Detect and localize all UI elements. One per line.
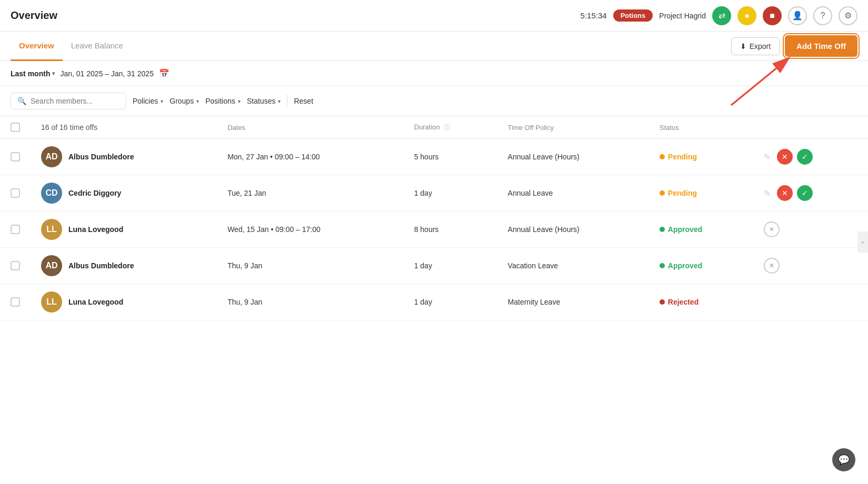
cancel-button[interactable]: ✕ [764,258,780,274]
export-button[interactable]: ⬇ Export [731,37,780,55]
status-dot [660,190,665,196]
reset-button[interactable]: Reset [294,97,313,105]
user-icon-btn[interactable]: 👤 [788,6,807,25]
policy-cell: Annual Leave (Hours) [508,153,580,161]
col-duration-header: Duration ⓘ [414,123,451,131]
duration-cell: 1 day [414,298,432,306]
connect-icon-btn[interactable]: ⇄ [712,6,731,25]
sub-header-actions: ⬇ Export Add Time Off [731,35,857,57]
record-count: 16 of 16 time offs [41,123,97,132]
avatar: LL [41,219,62,240]
policy-cell: Maternity Leave [508,298,561,306]
actions-cell: ✎ ✕ ✓ [764,149,857,165]
status-dot [660,154,665,159]
status-text: Rejected [668,298,699,306]
actions-cell: ✕ [764,258,857,274]
tab-leave-balance[interactable]: Leave Balance [63,32,132,61]
reject-button[interactable]: ✕ [777,149,793,165]
member-name: Albus Dumbledore [68,153,134,161]
header-left: Overview [11,9,57,22]
member-name: Cedric Diggory [68,189,121,197]
scroll-right-indicator[interactable]: › [857,231,868,253]
help-icon-btn[interactable]: ? [813,6,832,25]
row-checkbox[interactable] [11,152,20,162]
time-off-table: 16 of 16 time offs Dates Duration ⓘ Time… [0,116,868,320]
search-box: 🔍 [11,93,126,109]
policies-filter[interactable]: Policies ▾ [133,97,163,105]
status-text: Approved [668,261,702,270]
positions-chevron-icon: ▾ [238,98,241,104]
member-cell: CD Cedric Diggory [41,183,206,204]
period-dropdown[interactable]: Last month ▾ [11,69,55,78]
app-title: Overview [11,9,57,22]
export-down-icon: ⬇ [740,42,746,51]
filter-separator [287,95,287,107]
policy-cell: Annual Leave (Hours) [508,225,580,234]
cancel-button[interactable]: ✕ [764,221,780,237]
edit-icon[interactable]: ✎ [764,188,771,198]
date-cell: Tue, 21 Jan [227,189,266,197]
row-checkbox[interactable] [11,225,20,234]
edit-icon[interactable]: ✎ [764,152,771,162]
status-cell: Pending [660,189,743,197]
search-icon: 🔍 [17,97,26,105]
date-cell: Wed, 15 Jan • 09:00 – 17:00 [227,225,321,234]
header-right: 5:15:34 Potions Project Hagrid ⇄ ● ■ 👤 ?… [581,6,857,25]
calendar-icon[interactable]: 📅 [159,68,169,78]
status-dot [660,263,665,268]
project-label: Project Hagrid [659,12,706,20]
col-dates-header: Dates [227,124,245,132]
potions-badge[interactable]: Potions [613,9,653,22]
avatar: CD [41,183,62,204]
groups-filter[interactable]: Groups ▾ [169,97,199,105]
status-cell: Pending [660,153,743,161]
approve-button[interactable]: ✓ [797,185,813,201]
duration-info-icon: ⓘ [444,124,450,131]
duration-cell: 1 day [414,189,432,197]
member-cell: LL Luna Lovegood [41,291,206,312]
status-text: Approved [668,225,702,234]
time-display: 5:15:34 [581,11,607,20]
date-filter: Last month ▾ Jan, 01 2025 – Jan, 31 2025… [11,68,169,78]
date-range-display: Jan, 01 2025 – Jan, 31 2025 [60,69,153,78]
coin-icon-btn[interactable]: ● [737,6,756,25]
groups-chevron-icon: ▾ [196,98,199,104]
row-checkbox[interactable] [11,188,20,198]
period-label: Last month [11,69,50,78]
date-filter-bar: Last month ▾ Jan, 01 2025 – Jan, 31 2025… [0,61,868,86]
col-status-header: Status [660,124,679,132]
top-header: Overview 5:15:34 Potions Project Hagrid … [0,0,868,32]
stop-icon-btn[interactable]: ■ [763,6,782,25]
select-all-checkbox[interactable] [11,123,20,132]
sub-header: Overview Leave Balance ⬇ Export Add Time… [0,32,868,61]
status-dot [660,227,665,232]
duration-cell: 5 hours [414,153,439,161]
statuses-filter[interactable]: Statuses ▾ [247,97,281,105]
duration-cell: 8 hours [414,225,439,234]
table-row: AD Albus Dumbledore Thu, 9 Jan 1 day Vac… [0,248,868,284]
member-name: Luna Lovegood [68,225,123,234]
settings-icon-btn[interactable]: ⚙ [839,6,857,25]
table-row: LL Luna Lovegood Wed, 15 Jan • 09:00 – 1… [0,211,868,248]
member-cell: AD Albus Dumbledore [41,146,206,167]
search-input[interactable] [31,97,115,105]
positions-filter[interactable]: Positions ▾ [205,97,241,105]
row-checkbox[interactable] [11,297,20,307]
statuses-label: Statuses [247,97,275,105]
tab-overview[interactable]: Overview [11,32,63,61]
duration-cell: 1 day [414,261,432,270]
row-checkbox[interactable] [11,261,20,270]
avatar: AD [41,255,62,276]
policies-chevron-icon: ▾ [161,98,163,104]
positions-label: Positions [205,97,235,105]
add-time-off-button[interactable]: Add Time Off [785,35,857,57]
export-label: Export [750,42,771,51]
table-row: AD Albus Dumbledore Mon, 27 Jan • 09:00 … [0,139,868,175]
search-filter-bar: 🔍 Policies ▾ Groups ▾ Positions ▾ Status… [0,86,868,116]
date-cell: Thu, 9 Jan [227,298,262,306]
table-row: LL Luna Lovegood Thu, 9 Jan 1 day Matern… [0,284,868,320]
reject-button[interactable]: ✕ [777,185,793,201]
approve-button[interactable]: ✓ [797,149,813,165]
date-cell: Mon, 27 Jan • 09:00 – 14:00 [227,153,320,161]
policy-cell: Annual Leave [508,189,553,197]
